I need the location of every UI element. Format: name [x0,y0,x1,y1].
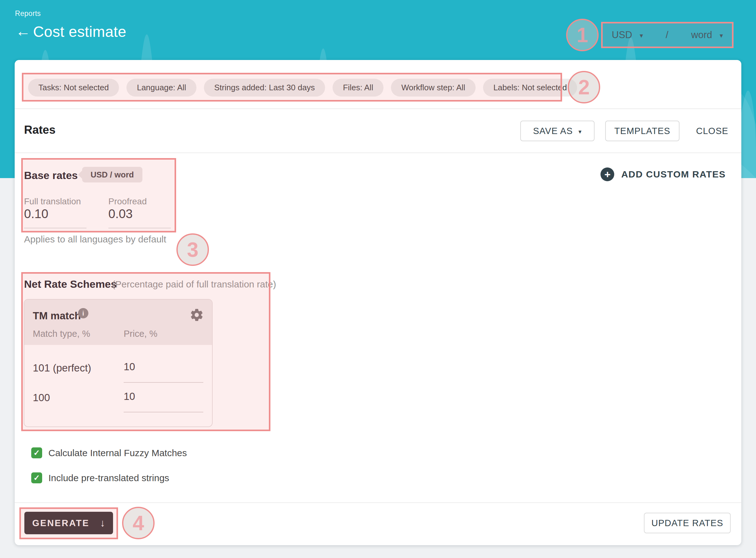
download-arrow-icon: ↓ [100,517,105,529]
proofread-label: Proofread [108,197,147,206]
templates-button[interactable]: TEMPLATES [605,121,679,141]
back-arrow-icon[interactable]: ← [16,24,31,39]
filter-chip-language[interactable]: Language: All [127,79,196,97]
price-100-input[interactable] [124,390,203,412]
chevron-down-icon: ▾ [640,32,643,40]
filter-chip-strings-added[interactable]: Strings added: Last 30 days [204,79,325,97]
generate-button[interactable]: GENERATE ↓ [24,512,113,534]
base-rates-note: Applies to all languages by default [24,234,166,245]
tm-match-card: TM match i Match type, % Price, % 101 (p… [24,299,213,427]
full-translation-rate-input[interactable] [24,207,86,228]
price-column-header: Price, % [124,329,157,339]
price-101-input[interactable] [124,361,203,383]
divider [15,502,741,503]
filter-chip-labels[interactable]: Labels: Not selected [483,79,577,97]
currency-value: USD [612,29,632,41]
info-icon[interactable]: i [78,308,88,319]
tm-match-title: TM match [33,310,81,322]
base-rates-title: Base rates [24,169,78,181]
divider [15,108,741,109]
filter-chips-row: Tasks: Not selected Language: All String… [28,79,577,97]
include-pretranslated-checkbox[interactable]: ✓ [31,473,42,483]
include-pretranslated-label: Include pre-translated strings [48,473,169,483]
option-row-fuzzy-matches: ✓ Calculate Internal Fuzzy Matches [31,448,187,458]
match-type-101-label: 101 (perfect) [33,362,91,374]
net-rate-schemes-subtitle: (Percentage paid of full translation rat… [112,279,276,289]
filter-chip-tasks[interactable]: Tasks: Not selected [28,79,119,97]
chevron-down-icon: ▾ [578,128,582,135]
option-row-pretranslated: ✓ Include pre-translated strings [31,473,169,483]
page-title: Cost estimate [33,23,127,40]
add-custom-rates-button[interactable]: + ADD CUSTOM RATES [600,168,726,181]
save-as-button[interactable]: SAVE AS ▾ [520,121,595,141]
report-settings-card: Tasks: Not selected Language: All String… [15,60,741,545]
gear-icon[interactable] [190,308,204,322]
currency-unit-control: USD ▾ / word ▾ [601,23,733,48]
breadcrumb[interactable]: Reports [15,9,41,18]
unit-value: word [691,29,712,41]
update-rates-button[interactable]: UPDATE RATES [644,513,731,533]
unit-dropdown[interactable]: word ▾ [691,29,723,41]
save-as-label: SAVE AS [533,126,573,136]
calculate-fuzzy-matches-label: Calculate Internal Fuzzy Matches [48,448,187,458]
generate-label: GENERATE [32,518,89,528]
match-type-100-label: 100 [33,392,50,404]
templates-label: TEMPLATES [614,126,670,136]
rates-section-title: Rates [24,123,56,136]
proofread-rate-input[interactable] [108,207,171,228]
close-button[interactable]: CLOSE [696,121,728,141]
filter-chip-workflow-step[interactable]: Workflow step: All [391,79,476,97]
full-translation-label: Full translation [24,197,81,206]
divider [15,152,741,153]
match-type-column-header: Match type, % [33,329,90,339]
add-custom-rates-label: ADD CUSTOM RATES [621,169,726,180]
filter-chip-files[interactable]: Files: All [332,79,383,97]
currency-dropdown[interactable]: USD ▾ [612,29,643,41]
calculate-fuzzy-matches-checkbox[interactable]: ✓ [31,448,42,458]
plus-icon: + [600,168,614,181]
currency-unit-badge: USD / word [82,167,142,182]
cost-estimate-page: Reports ← Cost estimate USD ▾ / word ▾ T… [0,0,756,558]
net-rate-schemes-title: Net Rate Schemes [24,278,117,290]
chevron-down-icon: ▾ [720,32,723,40]
currency-unit-separator: / [666,29,669,41]
